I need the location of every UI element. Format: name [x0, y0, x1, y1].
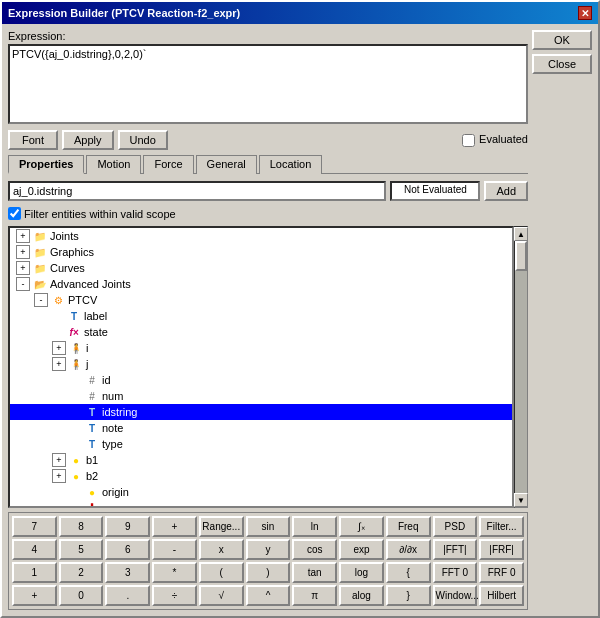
tree-item-id[interactable]: # id: [10, 372, 512, 388]
toggle-graphics[interactable]: +: [16, 245, 30, 259]
key-4[interactable]: 4: [12, 539, 57, 560]
toggle-b2[interactable]: +: [52, 469, 66, 483]
tree-item-j[interactable]: + 🧍 j: [10, 356, 512, 372]
key-5[interactable]: 5: [59, 539, 104, 560]
tab-general[interactable]: General: [196, 155, 257, 174]
key-rparen[interactable]: ): [246, 562, 291, 583]
key-dot[interactable]: .: [105, 585, 150, 606]
toggle-advanced-joints[interactable]: -: [16, 277, 30, 291]
tree-item-note[interactable]: T note: [10, 420, 512, 436]
ok-button[interactable]: OK: [532, 30, 592, 50]
key-range[interactable]: Range...: [199, 516, 244, 537]
person-icon: 🧍: [68, 357, 84, 371]
add-button[interactable]: Add: [484, 181, 528, 201]
tabs-container: Properties Motion Force General Location: [8, 154, 528, 174]
tree-item-origin[interactable]: ● origin: [10, 484, 512, 500]
tree-label: idstring: [102, 406, 137, 418]
dot-icon: ●: [68, 453, 84, 467]
tree-item-crv[interactable]: ✚ crv: [10, 500, 512, 508]
evaluated-checkbox[interactable]: [462, 134, 475, 147]
tree-item-num[interactable]: # num: [10, 388, 512, 404]
tab-motion[interactable]: Motion: [86, 155, 141, 174]
key-sin[interactable]: sin: [246, 516, 291, 537]
key-psd[interactable]: PSD: [433, 516, 478, 537]
key-pi[interactable]: π: [292, 585, 337, 606]
key-rbrace[interactable]: }: [386, 585, 431, 606]
key-7[interactable]: 7: [12, 516, 57, 537]
key-deriv[interactable]: ∂/∂x: [386, 539, 431, 560]
key-fft-abs[interactable]: |FFT|: [433, 539, 478, 560]
key-2[interactable]: 2: [59, 562, 104, 583]
numpad: 7 8 9 + Range... sin ln ∫ₓ Freq PSD Filt…: [8, 512, 528, 610]
key-frf-abs[interactable]: |FRF|: [479, 539, 524, 560]
tree-item-type[interactable]: T type: [10, 436, 512, 452]
key-plusminus[interactable]: +: [12, 585, 57, 606]
tree-item-state[interactable]: f× state: [10, 324, 512, 340]
key-8[interactable]: 8: [59, 516, 104, 537]
key-6[interactable]: 6: [105, 539, 150, 560]
key-hilbert[interactable]: Hilbert: [479, 585, 524, 606]
key-freq[interactable]: Freq: [386, 516, 431, 537]
tree-item-i[interactable]: + 🧍 i: [10, 340, 512, 356]
tree-item-ptcv[interactable]: - ⚙ PTCV: [10, 292, 512, 308]
key-filter[interactable]: Filter...: [479, 516, 524, 537]
key-lparen[interactable]: (: [199, 562, 244, 583]
close-button[interactable]: Close: [532, 54, 592, 74]
tree-label: type: [102, 438, 123, 450]
key-3[interactable]: 3: [105, 562, 150, 583]
close-icon[interactable]: ✕: [578, 6, 592, 20]
key-minus[interactable]: -: [152, 539, 197, 560]
key-0[interactable]: 0: [59, 585, 104, 606]
tree-item-idstring[interactable]: T idstring: [10, 404, 512, 420]
toggle-joints[interactable]: +: [16, 229, 30, 243]
key-sqrt[interactable]: √: [199, 585, 244, 606]
tree-item-advanced-joints[interactable]: - 📂 Advanced Joints: [10, 276, 512, 292]
scope-checkbox[interactable]: [8, 207, 21, 220]
filter-input[interactable]: [8, 181, 386, 201]
scroll-up-arrow[interactable]: ▲: [514, 227, 528, 241]
key-integral[interactable]: ∫ₓ: [339, 516, 384, 537]
apply-button[interactable]: Apply: [62, 130, 114, 150]
key-tan[interactable]: tan: [292, 562, 337, 583]
key-log[interactable]: log: [339, 562, 384, 583]
key-plus[interactable]: +: [152, 516, 197, 537]
key-1[interactable]: 1: [12, 562, 57, 583]
toggle-i[interactable]: +: [52, 341, 66, 355]
key-ln[interactable]: ln: [292, 516, 337, 537]
tree-label: Curves: [50, 262, 85, 274]
tree-scrollbar[interactable]: ▲ ▼: [514, 226, 528, 508]
toggle-b1[interactable]: +: [52, 453, 66, 467]
toggle-curves[interactable]: +: [16, 261, 30, 275]
tab-force[interactable]: Force: [143, 155, 193, 174]
key-y[interactable]: y: [246, 539, 291, 560]
tree-label: j: [86, 358, 88, 370]
tree-item-joints[interactable]: + 📁 Joints: [10, 228, 512, 244]
key-cos[interactable]: cos: [292, 539, 337, 560]
tree-item-graphics[interactable]: + 📁 Graphics: [10, 244, 512, 260]
key-fft0[interactable]: FFT 0: [433, 562, 478, 583]
key-divide[interactable]: ÷: [152, 585, 197, 606]
tree-item-b2[interactable]: + ● b2: [10, 468, 512, 484]
key-caret[interactable]: ^: [246, 585, 291, 606]
key-alog[interactable]: alog: [339, 585, 384, 606]
tab-location[interactable]: Location: [259, 155, 323, 174]
key-exp[interactable]: exp: [339, 539, 384, 560]
key-window[interactable]: Window...: [433, 585, 478, 606]
toggle-ptcv[interactable]: -: [34, 293, 48, 307]
tree-item-curves[interactable]: + 📁 Curves: [10, 260, 512, 276]
font-button[interactable]: Font: [8, 130, 58, 150]
key-9[interactable]: 9: [105, 516, 150, 537]
key-lbrace[interactable]: {: [386, 562, 431, 583]
undo-button[interactable]: Undo: [118, 130, 168, 150]
key-multiply[interactable]: *: [152, 562, 197, 583]
expression-input[interactable]: PTCV({aj_0.idstring},0,2,0)`: [8, 44, 528, 124]
key-x[interactable]: x: [199, 539, 244, 560]
scroll-thumb[interactable]: [515, 241, 527, 271]
toggle-j[interactable]: +: [52, 357, 66, 371]
tree-item-b1[interactable]: + ● b1: [10, 452, 512, 468]
dot-icon: ●: [68, 469, 84, 483]
tab-properties[interactable]: Properties: [8, 155, 84, 174]
key-frf0[interactable]: FRF 0: [479, 562, 524, 583]
tree-item-label[interactable]: T label: [10, 308, 512, 324]
scroll-down-arrow[interactable]: ▼: [514, 493, 528, 507]
